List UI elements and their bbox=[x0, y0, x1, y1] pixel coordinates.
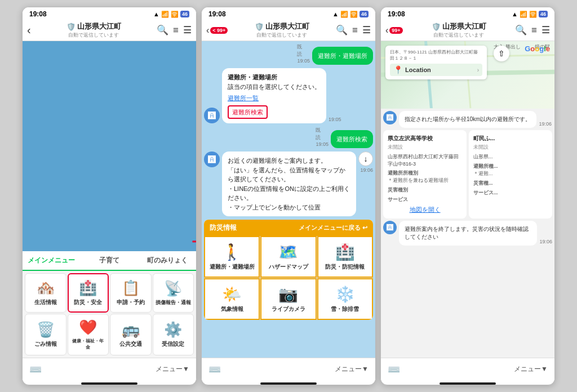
intro-time: 19:06 bbox=[539, 121, 552, 127]
card1-map-link[interactable]: 地図を開く bbox=[388, 206, 462, 214]
keyboard-icon-3[interactable]: ⌨️ bbox=[388, 363, 400, 376]
shinsei-icon: 📋 bbox=[122, 279, 140, 297]
title-area-2: 🛡️ 山形県大江町 自動で返信しています bbox=[231, 21, 332, 39]
panel-hazard[interactable]: 🗺️ ハザードマップ bbox=[260, 236, 316, 278]
intro-message: 指定された場所から半径10km以内の避難所です。 bbox=[399, 111, 536, 128]
shelter-list-link[interactable]: 避難所一覧 bbox=[228, 93, 321, 103]
menu-kotsu[interactable]: 🚌 公共交通 bbox=[110, 314, 152, 355]
card2-disaster-label: 災害種... bbox=[473, 180, 548, 187]
livecam-label: ライブカメラ bbox=[272, 305, 305, 313]
tab-bar-1: メインメニュー 子育て 町のみりょく bbox=[23, 251, 196, 271]
search-icon-2[interactable]: 🔍 bbox=[336, 24, 348, 36]
menu-jushin[interactable]: ⚙️ 受信設定 bbox=[153, 314, 194, 355]
card1-addr: 山形県西村山郡大江町大字藤田字山中816-3 bbox=[388, 153, 462, 167]
arrow-right: ➔ bbox=[192, 233, 197, 250]
share-button[interactable]: ⇧ bbox=[494, 46, 509, 61]
yuki-label: 雪・除排雪 bbox=[331, 305, 359, 313]
yuki-icon: ❄️ bbox=[335, 285, 355, 304]
result-card-2[interactable]: 町民ふ... 未開設 山形県... 避難所種... ＊避難... 災害種... … bbox=[469, 130, 552, 219]
menu-panel-2: 防災情報 メインメニューに戻る ↩ 🚶 避難所・避難場所 🗺️ ハザードマップ … bbox=[204, 220, 373, 320]
menu-icon-2[interactable]: ☰ bbox=[362, 24, 371, 36]
result-card-1[interactable]: 県立左沢高等学校 未開設 山形県西村山郡大江町大字藤田字山中816-3 避難所所… bbox=[383, 130, 467, 219]
jushin-icon: ⚙️ bbox=[164, 321, 182, 338]
location-icon-1: ▲ bbox=[153, 11, 159, 17]
menu-sonhyo[interactable]: 📡 損傷報告・通報 bbox=[153, 273, 194, 313]
menu-bousai[interactable]: 🏥 防災・安全 bbox=[68, 273, 109, 313]
nav-subtitle-1: 自動で返信しています bbox=[68, 32, 119, 39]
menu-icon-3[interactable]: ☰ bbox=[542, 24, 550, 36]
google-logo: Google bbox=[525, 44, 550, 53]
nav-bar-3: ‹ 99+ 🛡️ 山形県大江町 自動で返信しています 🔍 ≡ ☰ bbox=[381, 20, 554, 41]
shelter-search-link[interactable]: 避難所検索 bbox=[228, 105, 268, 119]
nav-icons-1: 🔍 ≡ ☰ bbox=[157, 24, 192, 36]
menu-btn-2[interactable]: メニュー▼ bbox=[335, 364, 369, 374]
list-icon-1[interactable]: ≡ bbox=[173, 25, 179, 36]
panel-kisho[interactable]: 🌤️ 気象情報 bbox=[204, 278, 260, 320]
menu-shinsei[interactable]: 📋 申請・予約 bbox=[110, 273, 152, 313]
back-button-3[interactable]: ‹ bbox=[385, 25, 388, 35]
menu-btn-1[interactable]: メニュー▼ bbox=[156, 364, 189, 374]
gomi-icon: 🗑️ bbox=[37, 321, 55, 338]
panel-yuki[interactable]: ❄️ 雪・除排雪 bbox=[317, 278, 373, 320]
back-button-2[interactable]: ‹ bbox=[206, 25, 209, 35]
bottom-bar-1: ⌨️ メニュー▼ bbox=[23, 358, 196, 380]
msg-time-r1: 既読19:05 bbox=[297, 43, 310, 64]
hinanjo-label: 避難所・避難場所 bbox=[210, 263, 255, 271]
shield-icon-2: 🛡️ bbox=[255, 23, 264, 31]
nav-subtitle-3: 自動で返信しています bbox=[433, 32, 484, 39]
bottom-bar-2: ⌨️ メニュー▼ bbox=[202, 358, 375, 380]
panel-livecam[interactable]: 📷 ライブカメラ bbox=[260, 278, 316, 320]
menu-seikatsu[interactable]: 🏘️ 生活情報 bbox=[25, 273, 66, 313]
panel-bousai[interactable]: 🏥 防災・防犯情報 bbox=[317, 236, 373, 278]
end-message: 避難所案内を終了します。災害の状況を随時確認してください bbox=[399, 221, 537, 246]
msg-bubble-right-2: 避難所検索 bbox=[331, 130, 373, 149]
nav-icons-3: 🔍 ≡ ☰ bbox=[515, 24, 550, 36]
livecam-icon: 📷 bbox=[278, 285, 298, 304]
signal-icon-1: 📶 bbox=[161, 11, 169, 18]
panel-hinanjo[interactable]: 🚶 避難所・避難場所 bbox=[204, 236, 260, 278]
sonhyo-icon: 📡 bbox=[164, 280, 182, 297]
battery-2: 46 bbox=[359, 11, 369, 17]
menu-icon-1[interactable]: ☰ bbox=[183, 24, 192, 36]
list-icon-2[interactable]: ≡ bbox=[352, 25, 358, 36]
panel-back-btn-2[interactable]: メインメニューに戻る ↩ bbox=[299, 224, 367, 232]
status-bar-2: 19:08 ▲ 📶 🛜 46 bbox=[202, 7, 375, 20]
hazard-label: ハザードマップ bbox=[269, 263, 308, 271]
msg-time-l1: 19:05 bbox=[329, 117, 341, 122]
keyboard-icon-1[interactable]: ⌨️ bbox=[29, 363, 42, 376]
bottom-bar-3: ⌨️ メニュー▼ bbox=[381, 358, 554, 380]
app-title-2: 🛡️ 山形県大江町 bbox=[255, 21, 309, 32]
shield-icon-3: 🛡️ bbox=[432, 23, 441, 31]
scroll-down-btn[interactable]: ↓ bbox=[358, 152, 373, 166]
tab-childcare[interactable]: 子育て bbox=[81, 251, 139, 270]
keyboard-icon-2[interactable]: ⌨️ bbox=[208, 363, 221, 376]
result-cards: 県立左沢高等学校 未開設 山形県西村山郡大江町大字藤田字山中816-3 避難所所… bbox=[383, 130, 552, 219]
search-icon-3[interactable]: 🔍 bbox=[515, 24, 527, 36]
chat-area-2: 既読19:05 避難所・避難場所 🅰 避難所・避難場所 該当の項目を選択してくだ… bbox=[202, 41, 375, 358]
map-area[interactable]: 大入,勝出し 鏡の駅 ⇧ 日本、〒990-1121 山形県西村山郡大江町藤田１２… bbox=[381, 41, 554, 109]
time-3: 19:08 bbox=[388, 10, 405, 18]
card1-disaster-label: 災害種別 bbox=[388, 186, 462, 194]
msg-time-r2: 既読19:05 bbox=[316, 127, 329, 147]
menu-kenko[interactable]: ❤️ 健康・福祉・年金 bbox=[68, 314, 109, 355]
status-bar-1: 19:08 ▲ 📶 🛜 46 bbox=[23, 7, 196, 20]
card2-title: 町民ふ... bbox=[473, 135, 548, 142]
tab-main-menu[interactable]: メインメニュー bbox=[23, 251, 81, 271]
nav-bar-1: ‹ 🛡️ 山形県大江町 自動で返信しています 🔍 ≡ ☰ bbox=[23, 20, 196, 41]
list-icon-3[interactable]: ≡ bbox=[531, 25, 537, 36]
search-icon-1[interactable]: 🔍 bbox=[157, 24, 168, 36]
kotsu-label: 公共交通 bbox=[119, 340, 142, 348]
card1-status: 未開設 bbox=[388, 144, 462, 151]
location-row[interactable]: 📍 Location › bbox=[390, 64, 482, 76]
location-icon-3: ▲ bbox=[512, 11, 518, 17]
location-pin-icon: 📍 bbox=[393, 65, 403, 74]
card2-type-label: 避難所種... bbox=[473, 163, 548, 170]
end-row: 🅰 避難所案内を終了します。災害の状況を随時確認してください 19:06 bbox=[383, 221, 552, 246]
hazard-icon: 🗺️ bbox=[278, 243, 298, 261]
menu-gomi[interactable]: 🗑️ ごみ情報 bbox=[25, 314, 66, 355]
menu-btn-3[interactable]: メニュー▼ bbox=[514, 364, 548, 374]
msg-row-right-1: 既読19:05 避難所・避難場所 bbox=[204, 43, 373, 65]
back-button-1[interactable]: ‹ bbox=[27, 24, 31, 37]
tab-town[interactable]: 町のみりょく bbox=[138, 251, 196, 270]
msg-badge-2: < 99+ bbox=[210, 27, 228, 34]
